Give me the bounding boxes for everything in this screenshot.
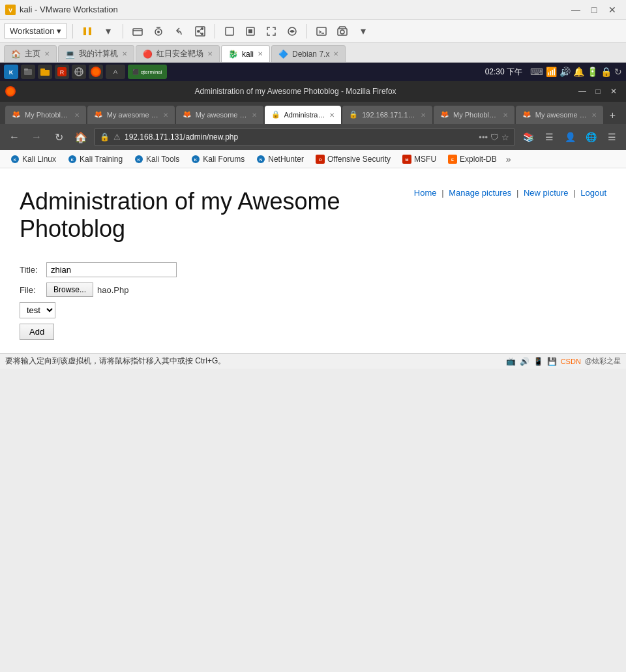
bookmark-kali-linux[interactable]: K Kali Linux	[5, 153, 61, 166]
file-row: File: Browse... hao.Php	[20, 283, 606, 297]
firefox-tab-5-close[interactable]: ✕	[503, 112, 508, 119]
firefox-urlbar[interactable]: 🔒 ⚠ 192.168.171.131/admin/new.php ••• 🛡 …	[94, 128, 515, 146]
bookmark-msfu[interactable]: M MSFU	[397, 153, 441, 166]
pause-icon[interactable]	[78, 22, 97, 40]
bookmark-kali-training[interactable]: K Kali Training	[63, 153, 128, 166]
firefox-tab-3-close[interactable]: ✕	[329, 112, 335, 119]
vm-tab-kali-close[interactable]: ✕	[258, 50, 263, 57]
firefox-forward-button[interactable]: →	[27, 128, 46, 146]
vm-tab-debian[interactable]: 🔷 Debian 7.x ✕	[271, 45, 346, 62]
taskbar-app-text[interactable]: A	[106, 65, 125, 79]
vmware-close-button[interactable]: ✕	[604, 3, 621, 17]
firefox-tab-4-label: 192.168.171.131/...	[362, 111, 417, 119]
screenshot-icon[interactable]	[333, 22, 351, 40]
vm-tab-debian-close[interactable]: ✕	[333, 50, 338, 57]
toolbar-dropdown-icon[interactable]: ▾	[99, 22, 117, 40]
nav-logout-link[interactable]: Logout	[580, 188, 606, 198]
firefox-library-icon[interactable]: 📚	[519, 128, 537, 146]
bookmarks-more-button[interactable]: »	[503, 154, 514, 164]
vm-tab-kali-icon: 🐉	[228, 50, 238, 59]
bookmark-offensive-security[interactable]: O Offensive Security	[310, 153, 396, 166]
statusbar-icon-4: 💾	[547, 357, 557, 366]
firefox-tab-4[interactable]: 🔒 192.168.171.131/... ✕	[342, 106, 432, 124]
bookmark-kali-forums[interactable]: K Kali Forums	[186, 153, 250, 166]
firefox-tab-1[interactable]: 🦊 My awesome Ph... ✕	[87, 106, 175, 124]
firefox-tab-0[interactable]: 🦊 My Photoblog - l ✕	[5, 106, 86, 124]
firefox-home-button[interactable]: 🏠	[72, 128, 90, 146]
send-to-icon[interactable]	[128, 22, 147, 40]
taskbar-app-kali[interactable]: K	[4, 65, 18, 79]
browse-button[interactable]: Browse...	[46, 283, 93, 297]
fit-guest-icon[interactable]	[241, 22, 260, 40]
statusbar-username-text: @炫彩之星	[585, 356, 621, 366]
taskbar-app-globe[interactable]	[72, 65, 86, 79]
taskbar-app-firefox[interactable]	[89, 65, 103, 79]
urlbar-bookmark-icon[interactable]: ☆	[501, 132, 509, 142]
terminal-icon[interactable]	[312, 22, 331, 40]
svg-rect-24	[24, 69, 28, 70]
firefox-tabs-bar: 🦊 My Photoblog - l ✕ 🦊 My awesome Ph... …	[0, 102, 626, 124]
toolbar-separator-3	[215, 24, 215, 38]
fullscreen-icon[interactable]	[262, 22, 280, 40]
snapshot-manager-icon[interactable]	[191, 22, 209, 40]
nav-manage-link[interactable]: Manage pictures	[449, 188, 511, 198]
firefox-menu-button[interactable]: ☰	[603, 128, 621, 146]
firefox-titlebar-title: Administration of my Awesome Photoblog -…	[21, 87, 570, 96]
firefox-tab-1-close[interactable]: ✕	[163, 112, 168, 119]
svg-point-9	[201, 27, 203, 30]
vm-tab-home[interactable]: 🏠 主页 ✕	[4, 45, 57, 62]
vm-tab-redday-close[interactable]: ✕	[207, 50, 213, 57]
firefox-navbar: ← → ↻ 🏠 🔒 ⚠ 192.168.171.131/admin/new.ph…	[0, 124, 626, 150]
taskbar-app-folder[interactable]	[38, 65, 52, 79]
nethunter-favicon: N	[256, 155, 265, 164]
fit-window-icon[interactable]	[220, 22, 239, 40]
unity-icon[interactable]	[283, 22, 301, 40]
nav-sep-2: |	[516, 188, 518, 198]
add-button[interactable]: Add	[20, 324, 54, 340]
bookmark-exploit-db[interactable]: E Exploit-DB	[443, 153, 502, 166]
vmware-maximize-button[interactable]: □	[586, 3, 603, 17]
vm-tab-mypc-close[interactable]: ✕	[122, 50, 127, 57]
firefox-tab-6-favicon: 🦊	[522, 110, 531, 119]
bookmark-nethunter[interactable]: N NetHunter	[251, 153, 309, 166]
category-select[interactable]: test	[20, 302, 55, 318]
firefox-tab-2[interactable]: 🦊 My awesome Ph... ✕	[176, 106, 263, 124]
firefox-container-icon[interactable]: ☰	[540, 128, 558, 146]
svg-text:V: V	[8, 7, 12, 14]
firefox-tab-3-active[interactable]: 🔒 Administratio... ✕	[265, 106, 342, 124]
vm-tab-home-close[interactable]: ✕	[44, 50, 50, 57]
firefox-refresh-button[interactable]: ↻	[50, 128, 68, 146]
firefox-tab-2-close[interactable]: ✕	[252, 112, 257, 119]
snapshot-icon[interactable]	[149, 22, 168, 40]
vm-tab-mypc[interactable]: 💻 我的计算机 ✕	[58, 45, 134, 62]
nav-new-link[interactable]: New picture	[524, 188, 569, 198]
firefox-maximize-button[interactable]: □	[591, 85, 605, 97]
taskbar-app-terminal[interactable]: ⬛ qterminal	[128, 65, 167, 79]
urlbar-more-icon[interactable]: •••	[479, 132, 488, 142]
vm-tab-redday[interactable]: 🔴 红日安全靶场 ✕	[136, 45, 220, 62]
taskbar-app-red[interactable]: R	[55, 65, 69, 79]
screenshot-dropdown-icon[interactable]: ▾	[354, 22, 372, 40]
firefox-pocket-icon[interactable]: 👤	[561, 128, 579, 146]
firefox-minimize-button[interactable]: —	[575, 85, 589, 97]
vmware-minimize-button[interactable]: —	[567, 3, 584, 17]
firefox-tab-0-close[interactable]: ✕	[74, 112, 80, 119]
firefox-tab-4-close[interactable]: ✕	[421, 112, 426, 119]
bookmark-kali-tools[interactable]: K Kali Tools	[129, 153, 185, 166]
firefox-back-button[interactable]: ←	[5, 128, 23, 146]
firefox-tab-6-close[interactable]: ✕	[591, 112, 597, 119]
title-input[interactable]	[46, 262, 177, 277]
vm-tab-debian-label: Debian 7.x	[292, 50, 329, 59]
workstation-menu[interactable]: Workstation ▾	[4, 23, 67, 39]
firefox-tab-6[interactable]: 🦊 My awesome Ph... ✕	[516, 106, 603, 124]
firefox-new-tab-button[interactable]: +	[604, 107, 621, 124]
vm-tab-kali[interactable]: 🐉 kali ✕	[221, 45, 270, 62]
urlbar-warning-icon: ⚠	[113, 132, 121, 142]
firefox-fxa-icon[interactable]: 🌐	[582, 128, 600, 146]
firefox-tab-5[interactable]: 🦊 My Photoblog - l ✕	[434, 106, 514, 124]
revert-icon[interactable]	[170, 22, 188, 40]
exploit-db-favicon: E	[448, 155, 457, 164]
firefox-close-button[interactable]: ✕	[606, 85, 621, 97]
nav-home-link[interactable]: Home	[414, 188, 437, 198]
taskbar-app-files[interactable]	[21, 65, 35, 79]
